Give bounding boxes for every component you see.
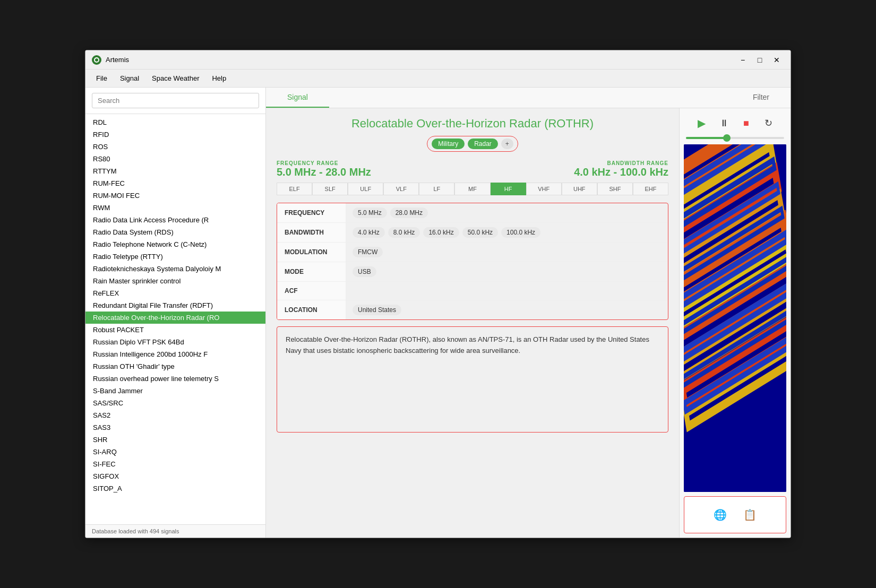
list-item[interactable]: SIGFOX [85,470,265,482]
list-item[interactable]: S-Band Jammer [85,385,265,397]
freq-band-ehf[interactable]: EHF [633,183,668,195]
list-item[interactable]: ReFLEX [85,287,265,299]
bandwidth-range-label: BANDWIDTH RANGE [574,160,668,166]
freq-bandwidth-row: FREQUENCY RANGE 5.0 MHz - 28.0 MHz BANDW… [277,160,668,178]
info-key: LOCATION [277,300,346,319]
list-item[interactable]: SI-ARQ [85,446,265,458]
slider-thumb[interactable] [723,134,731,142]
menu-signal[interactable]: Signal [114,72,145,84]
list-item[interactable]: Radio Data System (RDS) [85,226,265,238]
freq-band-vlf[interactable]: VLF [383,183,419,195]
list-item[interactable]: Relocatable Over-the-Horizon Radar (RO [85,312,265,324]
pause-button[interactable]: ⏸ [717,116,732,131]
tag-add-button[interactable]: + [501,139,513,149]
play-button[interactable]: ▶ [694,116,709,131]
list-item[interactable]: RDL [85,116,265,128]
list-item[interactable]: Robust PACKET [85,324,265,336]
chip: 100.0 kHz [501,227,540,238]
freq-band-shf[interactable]: SHF [597,183,633,195]
slider-track [686,137,784,139]
freq-band-slf[interactable]: SLF [312,183,348,195]
content-area: Relocatable Over-the-Horizon Radar (ROTH… [266,108,791,538]
table-row: FREQUENCY5.0 MHz28.0 MHz [277,203,668,223]
info-value: 5.0 MHz28.0 MHz [346,203,668,222]
tags-container: Military Radar + [427,136,518,152]
stop-button[interactable]: ■ [739,116,754,131]
list-item[interactable]: SAS2 [85,409,265,421]
freq-band-ulf[interactable]: ULF [348,183,383,195]
signal-info-table: FREQUENCY5.0 MHz28.0 MHzBANDWIDTH4.0 kHz… [277,203,668,320]
tags-row: Military Radar + [277,136,668,152]
list-item[interactable]: SAS3 [85,421,265,434]
menu-file[interactable]: File [90,72,114,84]
freq-band-hf[interactable]: HF [491,183,526,195]
app-icon [92,55,101,65]
signal-list: RDLRFIDROSRS80RTTYMRUM-FECRUM-MOI FECRWM… [85,114,265,524]
freq-band-vhf[interactable]: VHF [526,183,562,195]
bandwidth-range-value: 4.0 kHz - 100.0 kHz [574,166,668,178]
list-item[interactable]: Radio Data Link Access Procedure (R [85,214,265,226]
chip: USB [353,266,376,277]
info-key: MODE [277,262,346,281]
maximize-button[interactable]: □ [752,54,767,66]
volume-slider[interactable] [680,135,791,144]
list-item[interactable]: Russian OTH 'Ghadir' type [85,360,265,373]
bottom-icons-panel: 🌐 📋 [684,496,786,533]
list-item[interactable]: RUM-FEC [85,177,265,189]
info-value: USB [346,262,668,281]
list-item[interactable]: Russian overhead power line telemetry S [85,373,265,385]
info-key: BANDWIDTH [277,223,346,242]
list-item[interactable]: RWM [85,202,265,214]
list-item[interactable]: RS80 [85,153,265,165]
chip: 5.0 MHz [353,207,387,218]
list-item[interactable]: Russian Diplo VFT PSK 64Bd [85,336,265,348]
sidebar-footer: Database loaded with 494 signals [85,524,265,538]
freq-band-uhf[interactable]: UHF [562,183,597,195]
list-item[interactable]: RTTYM [85,165,265,177]
search-input[interactable] [92,93,259,108]
globe-icon-button[interactable]: 🌐 [711,505,730,524]
tag-military[interactable]: Military [432,139,465,149]
list-item[interactable]: Russian Intelligence 200bd 1000Hz F [85,348,265,360]
list-item[interactable]: Rain Master sprinkler control [85,275,265,287]
list-item[interactable]: RFID [85,128,265,141]
menu-space-weather[interactable]: Space Weather [145,72,205,84]
signal-detail: Relocatable Over-the-Horizon Radar (ROTH… [266,108,679,538]
freq-band-mf[interactable]: MF [454,183,490,195]
tag-radar[interactable]: Radar [468,139,498,149]
slider-fill [686,137,725,139]
table-row: MODULATIONFMCW [277,243,668,262]
freq-band-elf[interactable]: ELF [277,183,312,195]
signal-title: Relocatable Over-the-Horizon Radar (ROTH… [277,117,668,131]
info-value: United States [346,300,668,319]
list-item[interactable]: Radio Telephone Network C (C-Netz) [85,238,265,250]
info-value: FMCW [346,243,668,262]
list-item[interactable]: SHR [85,434,265,446]
chip: 4.0 kHz [353,227,385,238]
frequency-range-label: FREQUENCY RANGE [277,160,371,166]
list-item[interactable]: SITOP_A [85,482,265,495]
chip: United States [353,305,401,315]
list-item[interactable]: ROS [85,141,265,153]
right-panel: Signal Filter Relocatable Over-the-Horiz… [266,88,791,538]
app-title: Artemis [106,56,735,64]
list-icon-button[interactable]: 📋 [741,505,760,524]
main-content: RDLRFIDROSRS80RTTYMRUM-FECRUM-MOI FECRWM… [85,88,791,538]
list-item[interactable]: RUM-MOI FEC [85,189,265,202]
menu-help[interactable]: Help [205,72,233,84]
freq-band-lf[interactable]: LF [419,183,454,195]
list-item[interactable]: Radio Teletype (RTTY) [85,250,265,263]
list-item[interactable]: SAS/SRC [85,397,265,409]
close-button[interactable]: ✕ [769,54,784,66]
minimize-button[interactable]: − [735,54,750,66]
search-box [85,88,265,114]
repeat-button[interactable]: ↻ [761,116,776,131]
list-item[interactable]: Redundant Digital File Transfer (RDFT) [85,299,265,312]
info-value [346,282,668,300]
svg-point-1 [95,58,98,62]
list-item[interactable]: Radioteknicheskaya Systema Dalyoloiy M [85,263,265,275]
tab-signal[interactable]: Signal [266,88,329,108]
tab-filter[interactable]: Filter [732,88,791,108]
menu-bar: File Signal Space Weather Help [85,70,791,88]
list-item[interactable]: SI-FEC [85,458,265,470]
